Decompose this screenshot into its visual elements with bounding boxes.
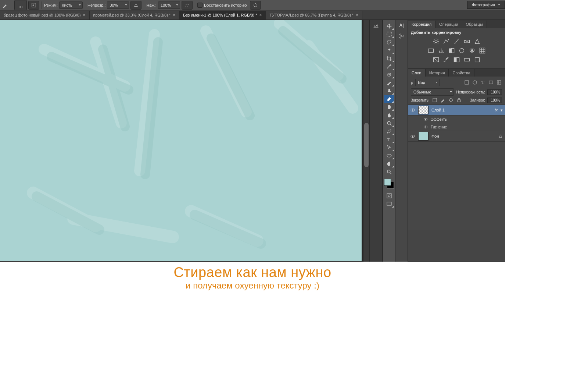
- move-tool-icon[interactable]: [384, 22, 394, 30]
- levels-icon[interactable]: [443, 38, 450, 45]
- photofilter-icon[interactable]: [458, 47, 465, 54]
- screenmode-icon[interactable]: [384, 200, 394, 208]
- tab-operations[interactable]: Операции: [435, 21, 462, 28]
- exposure-icon[interactable]: [463, 38, 470, 45]
- hand-tool-icon[interactable]: [384, 160, 394, 168]
- crop-tool-icon[interactable]: [384, 54, 394, 63]
- healing-tool-icon[interactable]: [384, 71, 394, 79]
- layer-opacity-value[interactable]: 100%: [487, 89, 502, 95]
- filter-smart-icon[interactable]: [496, 79, 502, 85]
- hue-icon[interactable]: [427, 47, 434, 54]
- gradientmap-icon[interactable]: [463, 57, 470, 63]
- brush-panel-toggle-icon[interactable]: [28, 1, 39, 10]
- close-icon[interactable]: ×: [259, 13, 262, 17]
- vertical-scrollbar[interactable]: [363, 20, 369, 262]
- tab-swatches[interactable]: Образцы: [462, 21, 487, 28]
- eraser-tool-icon[interactable]: [384, 95, 394, 103]
- close-icon[interactable]: ×: [173, 13, 175, 17]
- visibility-icon[interactable]: [423, 117, 428, 121]
- filter-adjust-icon[interactable]: [472, 79, 478, 85]
- document-tab-active[interactable]: Без имени-1 @ 100% (Слой 1, RGB/8) *×: [179, 11, 266, 20]
- lock-pixels-icon[interactable]: [440, 97, 446, 103]
- chevron-down-icon[interactable]: ▾: [501, 108, 503, 113]
- blur-tool-icon[interactable]: [384, 111, 394, 119]
- type-tool-icon[interactable]: T: [384, 135, 394, 144]
- layer-row[interactable]: Слой 1 fx ▾: [408, 105, 505, 116]
- mode-dropdown[interactable]: Кисть: [59, 1, 83, 9]
- dodge-tool-icon[interactable]: [384, 119, 394, 127]
- layer-name[interactable]: Фон: [431, 134, 495, 138]
- document-tab[interactable]: ТУТОРИАЛ.psd @ 66,7% (Группа 4, RGB/8) *…: [266, 11, 362, 20]
- bw-icon[interactable]: [448, 47, 455, 54]
- fx-badge[interactable]: fx: [495, 108, 498, 112]
- svg-point-34: [473, 81, 477, 84]
- invert-icon[interactable]: [433, 57, 440, 63]
- visibility-icon[interactable]: [410, 107, 415, 113]
- lock-transparent-icon[interactable]: [432, 97, 438, 103]
- document-tab[interactable]: прометей.psd @ 33,3% (Слой 4, RGB/8) *×: [90, 11, 180, 20]
- foreground-color[interactable]: [384, 179, 391, 186]
- canvas[interactable]: [0, 20, 362, 261]
- brush-preview[interactable]: 90: [14, 0, 27, 10]
- filter-type-icon[interactable]: T: [480, 79, 486, 85]
- document-area[interactable]: [0, 20, 369, 262]
- airbrush-icon[interactable]: [182, 1, 193, 10]
- posterize-icon[interactable]: [443, 57, 450, 63]
- brush-tool-icon[interactable]: [384, 79, 394, 87]
- brightness-icon[interactable]: [433, 38, 440, 45]
- marquee-tool-icon[interactable]: [384, 30, 394, 38]
- selective-icon[interactable]: [474, 57, 481, 63]
- pen-tool-icon[interactable]: [384, 127, 394, 135]
- layer-effect-item[interactable]: Тиснение: [408, 123, 505, 131]
- zoom-tool-icon[interactable]: [384, 168, 394, 176]
- fill-value[interactable]: 100%: [487, 98, 502, 103]
- layer-name[interactable]: Слой 1: [431, 108, 492, 112]
- character-panel-icon[interactable]: A|: [399, 23, 404, 28]
- opacity-dropdown[interactable]: 30%: [107, 1, 129, 9]
- filter-pixel-icon[interactable]: [464, 79, 470, 85]
- color-swatches[interactable]: [384, 179, 394, 189]
- magic-wand-tool-icon[interactable]: [384, 46, 394, 54]
- curves-icon[interactable]: [453, 38, 460, 45]
- path-select-tool-icon[interactable]: [384, 144, 394, 152]
- visibility-icon[interactable]: [410, 134, 415, 139]
- tab-correction[interactable]: Коррекция: [408, 21, 435, 28]
- blendmode-dropdown[interactable]: Обычные: [411, 88, 454, 96]
- tool-preset-icon[interactable]: [1, 1, 10, 9]
- document-tab[interactable]: бразец фото новый.psd @ 100% (RGB/8)×: [0, 11, 90, 20]
- threshold-icon[interactable]: [453, 57, 460, 63]
- layer-thumbnail[interactable]: [418, 132, 429, 141]
- pressure-size-icon[interactable]: [250, 1, 261, 10]
- pressure-opacity-icon[interactable]: [130, 1, 141, 10]
- stamp-tool-icon[interactable]: [384, 87, 394, 95]
- quickmask-icon[interactable]: [384, 192, 394, 200]
- filter-shape-icon[interactable]: [488, 79, 494, 85]
- lock-all-icon[interactable]: [456, 97, 462, 103]
- eyedropper-tool-icon[interactable]: [384, 63, 394, 71]
- erase-history-checkbox[interactable]: [197, 3, 202, 8]
- scissors-icon[interactable]: [399, 33, 405, 40]
- flow-dropdown[interactable]: 100%: [158, 1, 180, 9]
- scrollbar-thumb[interactable]: [364, 123, 369, 167]
- layer-thumbnail[interactable]: [418, 106, 429, 114]
- workspace-dropdown[interactable]: Фотография: [467, 1, 505, 9]
- lock-position-icon[interactable]: [448, 97, 454, 103]
- lasso-tool-icon[interactable]: [384, 38, 394, 46]
- tab-properties[interactable]: Свойства: [449, 69, 474, 77]
- channelmixer-icon[interactable]: [469, 47, 476, 54]
- gradient-tool-icon[interactable]: [384, 103, 394, 111]
- close-icon[interactable]: ×: [83, 13, 86, 17]
- histogram-icon[interactable]: [372, 23, 380, 29]
- colorbalance-icon[interactable]: [438, 47, 445, 54]
- colorlookup-icon[interactable]: [479, 47, 486, 54]
- shape-tool-icon[interactable]: [384, 152, 394, 160]
- visibility-icon[interactable]: [423, 125, 428, 129]
- erase-history-label: Восстановить историю: [204, 3, 247, 7]
- layer-effects-row[interactable]: Эффекты: [408, 116, 505, 123]
- tab-layers[interactable]: Слои: [408, 69, 426, 77]
- vibrance-icon[interactable]: [474, 38, 481, 45]
- tab-history[interactable]: История: [426, 69, 449, 77]
- layer-row[interactable]: Фон: [408, 131, 505, 142]
- filter-kind-dropdown[interactable]: Вид: [415, 79, 440, 86]
- close-icon[interactable]: ×: [356, 13, 358, 17]
